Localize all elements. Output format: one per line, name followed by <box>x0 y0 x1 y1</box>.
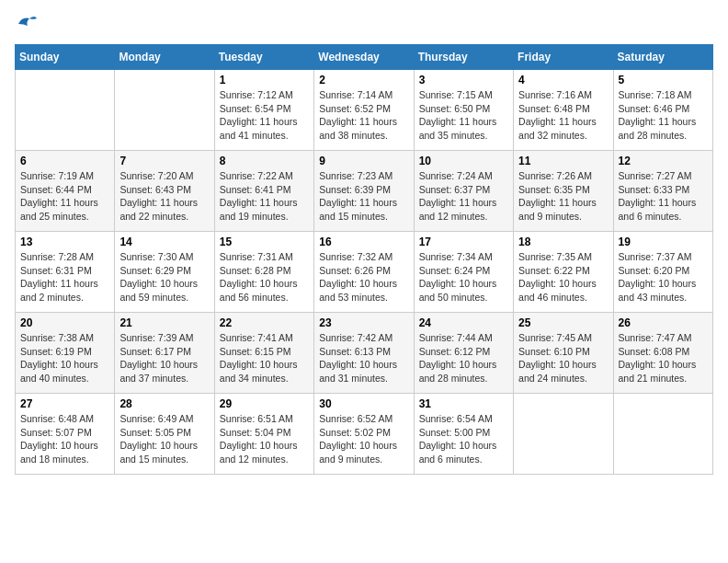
calendar-cell <box>514 394 613 475</box>
calendar-cell <box>16 70 115 151</box>
calendar-cell: 11Sunrise: 7:26 AM Sunset: 6:35 PM Dayli… <box>514 151 613 232</box>
day-info: Sunrise: 7:26 AM Sunset: 6:35 PM Dayligh… <box>518 169 608 224</box>
day-number: 24 <box>419 316 508 329</box>
calendar-cell: 25Sunrise: 7:45 AM Sunset: 6:10 PM Dayli… <box>514 313 613 394</box>
day-info: Sunrise: 7:37 AM Sunset: 6:20 PM Dayligh… <box>619 250 708 304</box>
day-info: Sunrise: 7:15 AM Sunset: 6:50 PM Dayligh… <box>419 88 508 143</box>
calendar-day-header: Friday <box>514 45 613 70</box>
day-info: Sunrise: 7:45 AM Sunset: 6:10 PM Dayligh… <box>518 331 608 385</box>
calendar-day-header: Wednesday <box>314 45 414 70</box>
day-number: 19 <box>619 236 708 248</box>
calendar-cell: 13Sunrise: 7:28 AM Sunset: 6:31 PM Dayli… <box>16 232 115 313</box>
day-info: Sunrise: 7:38 AM Sunset: 6:19 PM Dayligh… <box>20 331 109 385</box>
day-number: 14 <box>119 236 209 248</box>
day-number: 2 <box>319 74 408 86</box>
calendar-week-row: 27Sunrise: 6:48 AM Sunset: 5:07 PM Dayli… <box>16 394 713 475</box>
day-info: Sunrise: 7:12 AM Sunset: 6:54 PM Dayligh… <box>220 88 309 143</box>
day-info: Sunrise: 7:41 AM Sunset: 6:15 PM Dayligh… <box>220 331 309 385</box>
day-number: 18 <box>518 236 608 248</box>
day-info: Sunrise: 7:35 AM Sunset: 6:22 PM Dayligh… <box>518 250 608 304</box>
calendar-cell: 23Sunrise: 7:42 AM Sunset: 6:13 PM Dayli… <box>314 313 414 394</box>
day-info: Sunrise: 6:51 AM Sunset: 5:04 PM Dayligh… <box>220 412 309 466</box>
day-number: 13 <box>20 236 109 248</box>
calendar-week-row: 1Sunrise: 7:12 AM Sunset: 6:54 PM Daylig… <box>16 70 713 151</box>
logo-bird-icon <box>17 15 37 33</box>
day-info: Sunrise: 7:18 AM Sunset: 6:46 PM Dayligh… <box>619 88 708 143</box>
day-info: Sunrise: 7:16 AM Sunset: 6:48 PM Dayligh… <box>518 88 608 143</box>
calendar-day-header: Sunday <box>16 45 115 70</box>
calendar-week-row: 20Sunrise: 7:38 AM Sunset: 6:19 PM Dayli… <box>16 313 713 394</box>
day-info: Sunrise: 7:32 AM Sunset: 6:26 PM Dayligh… <box>319 250 408 304</box>
day-info: Sunrise: 7:19 AM Sunset: 6:44 PM Dayligh… <box>20 169 109 224</box>
day-number: 29 <box>220 397 309 410</box>
calendar-cell <box>115 70 214 151</box>
calendar-cell: 16Sunrise: 7:32 AM Sunset: 6:26 PM Dayli… <box>314 232 414 313</box>
calendar-week-row: 13Sunrise: 7:28 AM Sunset: 6:31 PM Dayli… <box>16 232 713 313</box>
calendar-cell: 6Sunrise: 7:19 AM Sunset: 6:44 PM Daylig… <box>16 151 115 232</box>
day-info: Sunrise: 6:48 AM Sunset: 5:07 PM Dayligh… <box>20 412 109 466</box>
day-info: Sunrise: 7:44 AM Sunset: 6:12 PM Dayligh… <box>419 331 508 385</box>
calendar-cell: 17Sunrise: 7:34 AM Sunset: 6:24 PM Dayli… <box>414 232 513 313</box>
calendar-header-row: SundayMondayTuesdayWednesdayThursdayFrid… <box>16 45 713 70</box>
page-header <box>15 15 713 33</box>
day-number: 30 <box>319 397 408 410</box>
day-info: Sunrise: 7:20 AM Sunset: 6:43 PM Dayligh… <box>119 169 209 224</box>
day-number: 10 <box>419 155 508 167</box>
day-number: 6 <box>20 155 109 167</box>
day-number: 11 <box>518 155 608 167</box>
calendar-cell: 8Sunrise: 7:22 AM Sunset: 6:41 PM Daylig… <box>214 151 313 232</box>
calendar-day-header: Saturday <box>613 45 712 70</box>
calendar-cell: 26Sunrise: 7:47 AM Sunset: 6:08 PM Dayli… <box>613 313 712 394</box>
calendar-cell: 29Sunrise: 6:51 AM Sunset: 5:04 PM Dayli… <box>214 394 313 475</box>
day-info: Sunrise: 7:31 AM Sunset: 6:28 PM Dayligh… <box>220 250 309 304</box>
calendar-cell: 22Sunrise: 7:41 AM Sunset: 6:15 PM Dayli… <box>214 313 313 394</box>
calendar-cell: 7Sunrise: 7:20 AM Sunset: 6:43 PM Daylig… <box>115 151 214 232</box>
calendar-cell: 21Sunrise: 7:39 AM Sunset: 6:17 PM Dayli… <box>115 313 214 394</box>
day-number: 27 <box>20 397 109 410</box>
day-info: Sunrise: 6:49 AM Sunset: 5:05 PM Dayligh… <box>119 412 209 466</box>
calendar-cell <box>613 394 712 475</box>
calendar-day-header: Monday <box>115 45 214 70</box>
calendar-cell: 31Sunrise: 6:54 AM Sunset: 5:00 PM Dayli… <box>414 394 513 475</box>
calendar-day-header: Tuesday <box>214 45 313 70</box>
calendar-cell: 30Sunrise: 6:52 AM Sunset: 5:02 PM Dayli… <box>314 394 414 475</box>
day-info: Sunrise: 7:14 AM Sunset: 6:52 PM Dayligh… <box>319 88 408 143</box>
calendar-cell: 1Sunrise: 7:12 AM Sunset: 6:54 PM Daylig… <box>214 70 313 151</box>
day-info: Sunrise: 7:23 AM Sunset: 6:39 PM Dayligh… <box>319 169 408 224</box>
calendar-body: 1Sunrise: 7:12 AM Sunset: 6:54 PM Daylig… <box>16 70 713 475</box>
calendar-cell: 2Sunrise: 7:14 AM Sunset: 6:52 PM Daylig… <box>314 70 414 151</box>
calendar-day-header: Thursday <box>414 45 513 70</box>
calendar-cell: 14Sunrise: 7:30 AM Sunset: 6:29 PM Dayli… <box>115 232 214 313</box>
day-info: Sunrise: 7:27 AM Sunset: 6:33 PM Dayligh… <box>619 169 708 224</box>
day-info: Sunrise: 7:39 AM Sunset: 6:17 PM Dayligh… <box>119 331 209 385</box>
day-info: Sunrise: 7:30 AM Sunset: 6:29 PM Dayligh… <box>119 250 209 304</box>
calendar-cell: 15Sunrise: 7:31 AM Sunset: 6:28 PM Dayli… <box>214 232 313 313</box>
calendar-cell: 28Sunrise: 6:49 AM Sunset: 5:05 PM Dayli… <box>115 394 214 475</box>
day-number: 25 <box>518 316 608 329</box>
calendar-cell: 20Sunrise: 7:38 AM Sunset: 6:19 PM Dayli… <box>16 313 115 394</box>
calendar-cell: 19Sunrise: 7:37 AM Sunset: 6:20 PM Dayli… <box>613 232 712 313</box>
calendar-table: SundayMondayTuesdayWednesdayThursdayFrid… <box>15 44 713 475</box>
day-number: 20 <box>20 316 109 329</box>
day-number: 21 <box>119 316 209 329</box>
day-number: 23 <box>319 316 408 329</box>
calendar-cell: 3Sunrise: 7:15 AM Sunset: 6:50 PM Daylig… <box>414 70 513 151</box>
day-number: 17 <box>419 236 508 248</box>
day-info: Sunrise: 6:52 AM Sunset: 5:02 PM Dayligh… <box>319 412 408 466</box>
calendar-cell: 10Sunrise: 7:24 AM Sunset: 6:37 PM Dayli… <box>414 151 513 232</box>
day-number: 3 <box>419 74 508 86</box>
calendar-cell: 12Sunrise: 7:27 AM Sunset: 6:33 PM Dayli… <box>613 151 712 232</box>
day-number: 22 <box>220 316 309 329</box>
day-info: Sunrise: 7:24 AM Sunset: 6:37 PM Dayligh… <box>419 169 508 224</box>
calendar-week-row: 6Sunrise: 7:19 AM Sunset: 6:44 PM Daylig… <box>16 151 713 232</box>
day-info: Sunrise: 7:42 AM Sunset: 6:13 PM Dayligh… <box>319 331 408 385</box>
calendar-cell: 24Sunrise: 7:44 AM Sunset: 6:12 PM Dayli… <box>414 313 513 394</box>
day-number: 1 <box>220 74 309 86</box>
day-info: Sunrise: 7:28 AM Sunset: 6:31 PM Dayligh… <box>20 250 109 304</box>
day-info: Sunrise: 7:22 AM Sunset: 6:41 PM Dayligh… <box>220 169 309 224</box>
day-number: 5 <box>619 74 708 86</box>
day-number: 26 <box>619 316 708 329</box>
day-info: Sunrise: 7:34 AM Sunset: 6:24 PM Dayligh… <box>419 250 508 304</box>
day-number: 16 <box>319 236 408 248</box>
calendar-cell: 5Sunrise: 7:18 AM Sunset: 6:46 PM Daylig… <box>613 70 712 151</box>
